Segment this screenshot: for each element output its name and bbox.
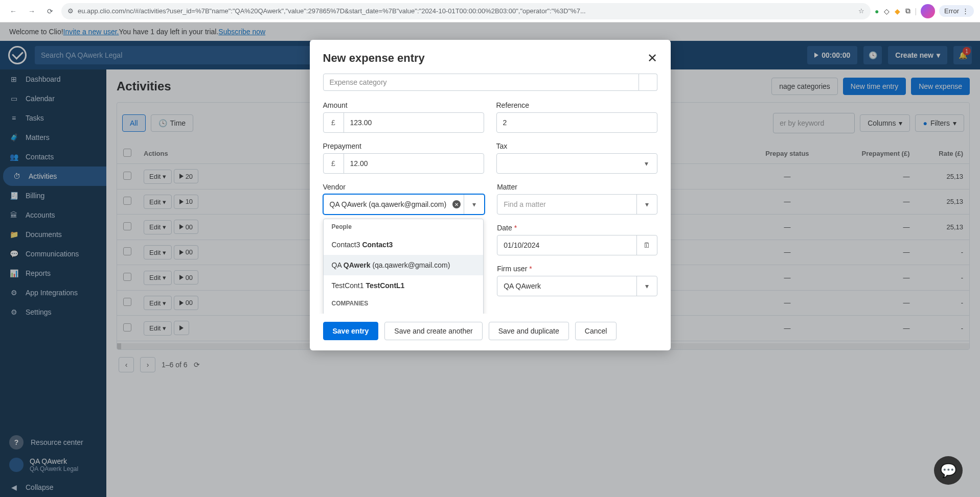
amount-input[interactable]: £ <box>323 112 484 133</box>
matter-combobox[interactable]: Find a matter▾ <box>497 194 657 215</box>
caret-down-icon: ▾ <box>636 159 657 168</box>
amount-label: Amount <box>323 101 484 109</box>
cancel-button[interactable]: Cancel <box>575 322 617 340</box>
vendor-option[interactable]: Contact2 <box>324 311 483 314</box>
ext-icon-3[interactable]: ◆ <box>895 7 900 15</box>
save-entry-button[interactable]: Save entry <box>323 322 379 340</box>
expense-category-select[interactable]: Expense category <box>323 74 639 91</box>
vendor-combobox[interactable]: QA QAwerk (qa.qawerk@gmail.com) ✕ ▾ <box>323 194 485 215</box>
reference-input[interactable] <box>496 112 657 133</box>
modal-title: New expense entry <box>323 52 425 65</box>
forward-icon[interactable]: → <box>25 4 39 18</box>
dropdown-section-companies: COMPANIES <box>324 296 483 311</box>
clear-icon[interactable]: ✕ <box>452 200 461 208</box>
reference-label: Reference <box>496 101 657 109</box>
vendor-dropdown: People Contact3 Contact3QA QAwerk (qa.qa… <box>323 219 484 314</box>
ext-icon-2[interactable]: ◇ <box>884 7 890 15</box>
date-label: Date * <box>497 224 657 232</box>
caret-down-icon: ▾ <box>636 195 657 214</box>
caret-down-icon: ▾ <box>636 276 657 296</box>
firm-user-select[interactable]: QA QAwerk▾ <box>497 276 657 296</box>
prepayment-input[interactable]: £ <box>323 153 484 174</box>
date-input[interactable]: 01/10/2024🗓 <box>497 235 657 255</box>
browser-bar: ← → ⟳ ⚙ eu.app.clio.com/nc/#/activities?… <box>0 0 980 22</box>
vendor-option[interactable]: QA QAwerk (qa.qawerk@gmail.com) <box>324 255 483 275</box>
vendor-option[interactable]: TestCont1 TestContL1 <box>324 275 483 296</box>
error-button[interactable]: Error⋮ <box>939 5 974 17</box>
bookmark-star-icon[interactable]: ☆ <box>858 7 864 15</box>
expense-entry-modal: New expense entry ✕ Expense category Amo… <box>310 40 671 350</box>
profile-avatar[interactable] <box>921 4 935 18</box>
tax-label: Tax <box>496 142 657 150</box>
site-info-icon[interactable]: ⚙ <box>67 7 74 15</box>
matter-label: Matter <box>497 183 657 191</box>
extension-icons: ● ◇ ◆ ⧉ <box>875 7 910 15</box>
kebab-icon: ⋮ <box>962 7 969 15</box>
firm-user-label: Firm user * <box>497 265 657 273</box>
caret-down-icon[interactable]: ▾ <box>464 195 484 214</box>
prepayment-label: Prepayment <box>323 142 484 150</box>
url-bar[interactable]: ⚙ eu.app.clio.com/nc/#/activities?user_i… <box>61 3 871 19</box>
close-icon[interactable]: ✕ <box>647 51 657 65</box>
save-duplicate-button[interactable]: Save and duplicate <box>489 322 569 340</box>
save-create-another-button[interactable]: Save and create another <box>384 322 482 340</box>
chat-fab[interactable]: 💬 <box>934 456 963 485</box>
add-category-button[interactable] <box>639 74 657 91</box>
calendar-icon[interactable]: 🗓 <box>636 235 657 255</box>
ext-puzzle-icon[interactable]: ⧉ <box>905 7 910 15</box>
reload-icon[interactable]: ⟳ <box>43 4 57 18</box>
ext-icon-1[interactable]: ● <box>875 7 879 15</box>
back-icon[interactable]: ← <box>6 4 20 18</box>
dropdown-section-people: People <box>324 219 483 234</box>
url-text: eu.app.clio.com/nc/#/activities?user_id=… <box>78 7 586 15</box>
tax-select[interactable]: ▾ <box>496 153 657 174</box>
vendor-option[interactable]: Contact3 Contact3 <box>324 234 483 255</box>
vendor-label: Vendor <box>323 183 485 191</box>
